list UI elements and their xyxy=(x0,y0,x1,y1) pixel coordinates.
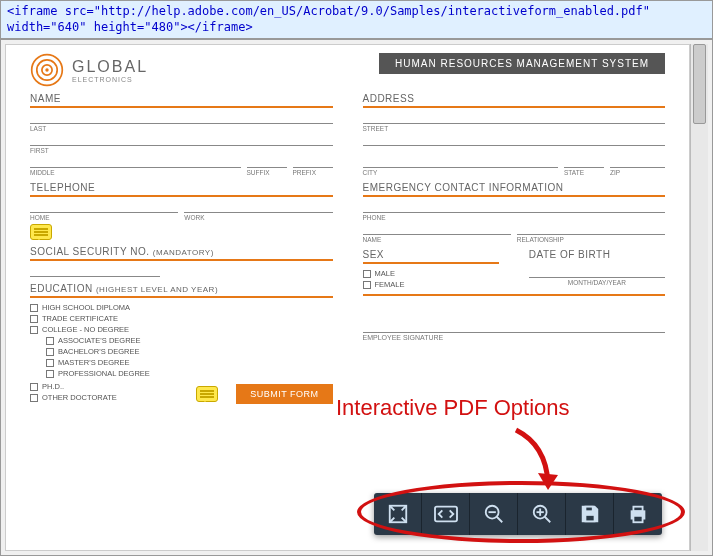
svg-line-7 xyxy=(496,517,502,523)
logo-sub: ELECTRONICS xyxy=(72,76,148,83)
page-nav-button[interactable] xyxy=(422,493,470,535)
svg-point-3 xyxy=(45,68,48,71)
logo-icon xyxy=(30,53,64,87)
annotation-arrow-icon xyxy=(506,425,566,505)
input-street2[interactable] xyxy=(363,135,666,154)
chk-trade[interactable]: TRADE CERTIFICATE xyxy=(30,314,333,323)
vertical-scrollbar[interactable] xyxy=(690,44,708,551)
fit-page-button[interactable] xyxy=(374,493,422,535)
annotation-label: Interactive PDF Options xyxy=(336,395,570,421)
input-city[interactable]: CITY xyxy=(363,157,559,176)
section-address: ADDRESS xyxy=(363,93,666,108)
input-prefix[interactable]: PREFIX xyxy=(293,157,333,176)
svg-rect-14 xyxy=(585,515,594,521)
pdf-viewer: GLOBAL ELECTRONICS HUMAN RESOURCES MANAG… xyxy=(0,39,713,556)
scroll-thumb[interactable] xyxy=(693,44,706,124)
input-suffix[interactable]: SUFFIX xyxy=(247,157,287,176)
chk-assoc[interactable]: ASSOCIATE'S DEGREE xyxy=(46,336,333,345)
input-ssn[interactable] xyxy=(30,266,160,277)
input-last[interactable]: LAST xyxy=(30,113,333,132)
section-telephone: TELEPHONE xyxy=(30,182,333,197)
input-state[interactable]: STATE xyxy=(564,157,604,176)
svg-rect-13 xyxy=(585,507,592,512)
input-zip[interactable]: ZIP xyxy=(610,157,665,176)
section-education: EDUCATION (HIGHEST LEVEL AND YEAR) xyxy=(30,283,333,298)
section-emergency: EMERGENCY CONTACT INFORMATION xyxy=(363,182,666,197)
chk-mast[interactable]: MASTER'S DEGREE xyxy=(46,358,333,367)
section-name: NAME xyxy=(30,93,333,108)
section-dob: DATE OF BIRTH xyxy=(529,249,665,262)
input-dob[interactable]: MONTH/DAY/YEAR xyxy=(529,267,665,286)
pdf-page: GLOBAL ELECTRONICS HUMAN RESOURCES MANAG… xyxy=(5,44,690,551)
chk-college[interactable]: COLLEGE - NO DEGREE xyxy=(30,325,333,334)
section-ssn: SOCIAL SECURITY NO. (MANDATORY) xyxy=(30,246,333,261)
input-middle[interactable]: MIDDLE xyxy=(30,157,241,176)
svg-rect-16 xyxy=(633,507,642,512)
chk-phd[interactable]: PH.D.. xyxy=(30,382,117,391)
signature-label: EMPLOYEE SIGNATURE xyxy=(363,334,666,341)
chk-other[interactable]: OTHER DOCTORATE xyxy=(30,393,117,402)
comment-note-icon-2[interactable] xyxy=(196,386,218,402)
chk-bach[interactable]: BACHELOR'S DEGREE xyxy=(46,347,333,356)
logo-brand: GLOBAL xyxy=(72,58,148,76)
hr-banner: HUMAN RESOURCES MANAGEMENT SYSTEM xyxy=(379,53,665,74)
svg-rect-17 xyxy=(633,516,642,522)
chk-male[interactable]: MALE xyxy=(363,269,499,278)
input-emerg-phone[interactable]: PHONE xyxy=(363,202,666,221)
submit-button[interactable]: SUBMIT FORM xyxy=(236,384,332,404)
company-logo: GLOBAL ELECTRONICS xyxy=(30,53,148,87)
chk-hs[interactable]: HIGH SCHOOL DIPLOMA xyxy=(30,303,333,312)
input-emerg-rel[interactable]: RELATIONSHIP xyxy=(517,224,665,243)
print-button[interactable] xyxy=(614,493,662,535)
section-sex: SEX xyxy=(363,249,499,264)
comment-note-icon[interactable] xyxy=(30,224,52,240)
save-button[interactable] xyxy=(566,493,614,535)
signature-line[interactable] xyxy=(363,311,666,333)
iframe-code-snippet: <iframe src="http://help.adobe.com/en_US… xyxy=(0,0,713,39)
chk-female[interactable]: FEMALE xyxy=(363,280,499,289)
input-first[interactable]: FIRST xyxy=(30,135,333,154)
input-work-phone[interactable]: WORK xyxy=(184,202,332,221)
chk-prof[interactable]: PROFESSIONAL DEGREE xyxy=(46,369,333,378)
input-home-phone[interactable]: HOME xyxy=(30,202,178,221)
svg-line-10 xyxy=(544,517,550,523)
input-emerg-name[interactable]: NAME xyxy=(363,224,511,243)
input-street[interactable]: STREET xyxy=(363,113,666,132)
